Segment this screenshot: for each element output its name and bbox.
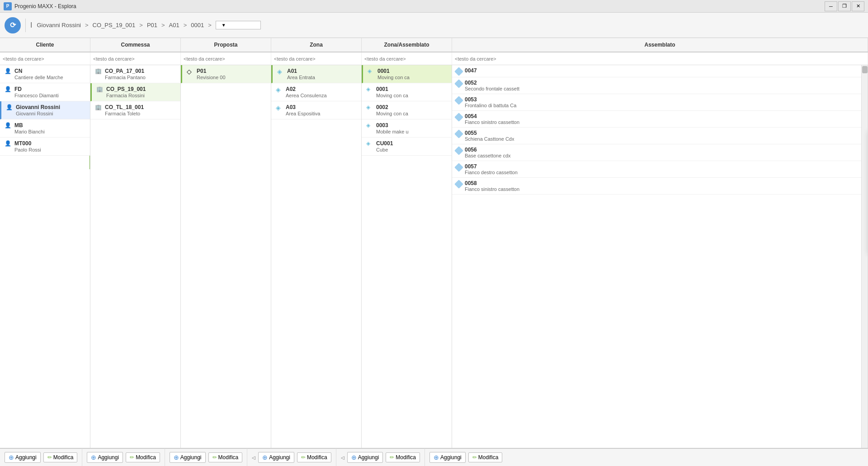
assemblato-column: 0047 0052 Secondo frontale cassett 0053 … xyxy=(452,65,868,448)
list-item-selected[interactable]: ◈ 0001 Moving con ca xyxy=(362,65,452,83)
search-row xyxy=(0,52,868,65)
plus-icon: ⊕ xyxy=(351,454,357,461)
title-bar: P Progenio MAXX - Esplora ─ ❐ ✕ xyxy=(0,0,868,13)
toolbar: ⟳ I Giovanni Rossini > CO_PS_19_001 > P0… xyxy=(0,13,868,38)
list-item[interactable]: 🏢 CO_TL_18_001 Farmacia Toleto xyxy=(90,101,180,119)
list-item[interactable]: 0054 Fianco sinistro cassetton xyxy=(452,111,868,128)
assembly-icon: ◈ xyxy=(368,68,375,75)
bottom-commessa-actions: ⊕ Aggiungi ✏ Modifica xyxy=(82,448,165,466)
pencil-icon: ✏ xyxy=(390,454,394,461)
list-item[interactable]: ◈ 0001 Moving con ca xyxy=(362,83,452,101)
search-zona-input[interactable] xyxy=(274,56,359,62)
breadcrumb-zona[interactable]: A01 xyxy=(169,22,179,29)
list-item-selected[interactable]: 🏢 CO_PS_19_001 Farmacia Rossini xyxy=(90,83,180,101)
plus-icon: ⊕ xyxy=(91,454,96,461)
assembly-icon: ◈ xyxy=(366,122,373,129)
add-assemblato-button[interactable]: ⊕ Aggiungi xyxy=(429,452,466,463)
list-item[interactable]: 👤 MT000 Paolo Rossi xyxy=(0,138,90,156)
small-arrow-icon: ◁ xyxy=(341,455,344,460)
list-item[interactable]: ◈ A03 Area Espositiva xyxy=(271,101,361,119)
columns-area: 👤 CN Cantiere delle Marche 👤 FD Francesc… xyxy=(0,65,868,448)
modify-zona-assemblato-button[interactable]: ✏ Modifica xyxy=(386,452,420,462)
list-item[interactable]: ◈ 0003 Mobile make u xyxy=(362,119,452,138)
pencil-icon: ✏ xyxy=(212,454,217,461)
assembly-piece-icon xyxy=(454,146,463,155)
bottom-zona-assemblato-actions: ◁ ⊕ Aggiungi ✏ Modifica xyxy=(336,448,425,466)
modify-commessa-button[interactable]: ✏ Modifica xyxy=(126,452,160,462)
plus-icon: ⊕ xyxy=(174,454,179,461)
list-item[interactable]: 0055 Schiena Casttone Cdx xyxy=(452,128,868,144)
bottom-assemblato-actions: ⊕ Aggiungi ✏ Modifica xyxy=(425,448,868,466)
list-item-selected[interactable]: 👤 Giovanni Rossini Giovanni Rossini xyxy=(0,101,90,119)
search-cliente-cell xyxy=(0,52,90,65)
list-item[interactable]: 0047 xyxy=(452,65,868,77)
restore-button[interactable]: ❐ xyxy=(838,1,851,11)
close-button[interactable]: ✕ xyxy=(852,1,864,11)
list-item[interactable]: ◈ A02 Aerea Consulenza xyxy=(271,83,361,101)
breadcrumb-assemblato[interactable]: 0001 xyxy=(191,22,204,29)
assembly-icon: ◈ xyxy=(366,104,373,111)
list-item[interactable]: 0057 Fianco destro cassetton xyxy=(452,161,868,178)
add-cliente-button[interactable]: ⊕ Aggiungi xyxy=(5,452,41,463)
modify-zona-button[interactable]: ✏ Modifica xyxy=(297,452,331,462)
zone-icon: ◈ xyxy=(276,86,283,93)
list-item[interactable]: 👤 CN Cantiere delle Marche xyxy=(0,65,90,83)
commessa-column: 🏢 CO_PA_17_001 Farmacia Pantano 🏢 CO_PS_… xyxy=(90,65,181,448)
list-item[interactable]: 🏢 CO_PA_17_001 Farmacia Pantano xyxy=(90,65,180,83)
modify-proposta-button[interactable]: ✏ Modifica xyxy=(208,452,243,462)
search-cliente-input[interactable] xyxy=(3,56,87,62)
modify-assemblato-button[interactable]: ✏ Modifica xyxy=(468,452,503,462)
bottom-zona-actions: ◁ ⊕ Aggiungi ✏ Modifica xyxy=(247,448,336,466)
search-commessa-input[interactable] xyxy=(93,56,178,62)
plus-icon: ⊕ xyxy=(262,454,268,461)
assembly-piece-icon xyxy=(454,180,463,189)
search-proposta-cell xyxy=(181,52,271,65)
breadcrumb-proposta[interactable]: P01 xyxy=(147,22,157,29)
assembly-piece-icon xyxy=(454,96,463,105)
scrollbar[interactable] xyxy=(861,65,868,448)
modify-cliente-button[interactable]: ✏ Modifica xyxy=(43,452,78,462)
assembly-piece-icon xyxy=(454,67,463,76)
pencil-icon: ✏ xyxy=(472,454,477,461)
search-zona-cell xyxy=(271,52,362,65)
list-item-selected[interactable]: ◇ P01 Revisione 00 xyxy=(181,65,271,83)
assembly-piece-icon xyxy=(454,79,463,88)
list-item[interactable]: 0052 Secondo frontale cassett xyxy=(452,77,868,94)
add-proposta-button[interactable]: ⊕ Aggiungi xyxy=(170,452,206,463)
header-commessa: Commessa xyxy=(90,38,181,52)
list-item-selected[interactable]: ◈ A01 Area Entrata xyxy=(271,65,361,83)
chevron-down-icon: ▼ xyxy=(222,23,226,28)
list-item[interactable]: ◈ CU001 Cube xyxy=(362,138,452,156)
bottom-toolbar: ⊕ Aggiungi ✏ Modifica ⊕ Aggiungi ✏ Modif… xyxy=(0,448,868,466)
breadcrumb-client[interactable]: Giovanni Rossini xyxy=(37,22,81,29)
proposal-icon: ◇ xyxy=(187,68,194,75)
person-icon: 👤 xyxy=(5,140,12,147)
list-item[interactable]: ◈ 0002 Moving con ca xyxy=(362,101,452,119)
breadcrumb-dropdown[interactable]: ▼ xyxy=(216,21,261,29)
cursor-icon: I xyxy=(30,21,32,29)
app-title: Progenio MAXX - Esplora xyxy=(14,3,76,10)
list-item[interactable]: 0053 Frontalino di battuta Ca xyxy=(452,94,868,111)
pencil-icon: ✏ xyxy=(47,454,52,461)
search-commessa-cell xyxy=(90,52,181,65)
bottom-proposta-actions: ⊕ Aggiungi ✏ Modifica xyxy=(165,448,247,466)
header-zona: Zona xyxy=(271,38,362,52)
column-headers: Cliente Commessa Proposta Zona Zona/Asse… xyxy=(0,38,868,52)
add-zona-assemblato-button[interactable]: ⊕ Aggiungi xyxy=(347,452,383,463)
toolbar-separator xyxy=(25,19,26,32)
search-proposta-input[interactable] xyxy=(184,56,268,62)
header-cliente: Cliente xyxy=(0,38,90,52)
minimize-button[interactable]: ─ xyxy=(825,1,837,11)
list-item[interactable]: 👤 FD Francesco Diamanti xyxy=(0,83,90,101)
list-item[interactable]: 0056 Base cassettone cdx xyxy=(452,144,868,161)
building-icon: 🏢 xyxy=(96,86,104,93)
add-zona-button[interactable]: ⊕ Aggiungi xyxy=(258,452,294,463)
breadcrumb-commessa[interactable]: CO_PS_19_001 xyxy=(93,22,136,29)
add-commessa-button[interactable]: ⊕ Aggiungi xyxy=(87,452,123,463)
list-item[interactable]: 0058 Fianco sinistro cassetton xyxy=(452,178,868,195)
list-item[interactable]: 👤 MB Mario Bianchi xyxy=(0,119,90,138)
zona-assemblato-column: ◈ 0001 Moving con ca ◈ 0001 Moving con c… xyxy=(362,65,452,448)
building-icon: 🏢 xyxy=(95,68,102,75)
search-zona-assemblato-input[interactable] xyxy=(364,56,449,62)
search-assemblato-input[interactable] xyxy=(455,56,865,62)
